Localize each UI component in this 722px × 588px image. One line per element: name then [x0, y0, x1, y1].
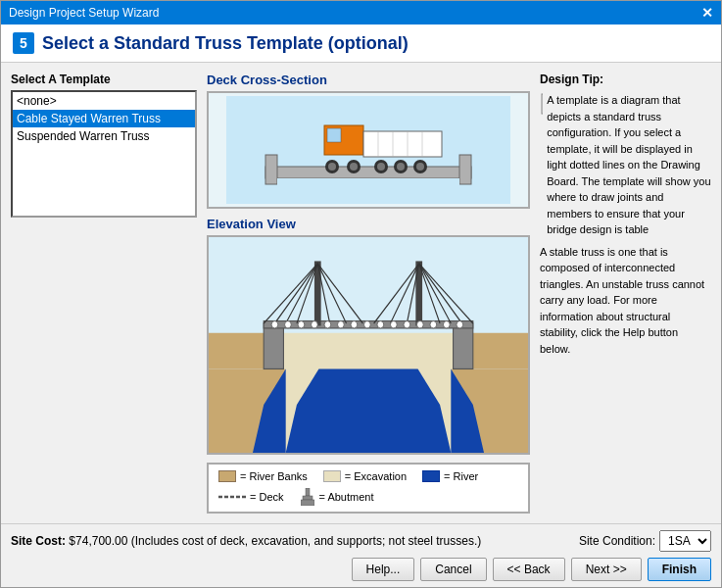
left-panel: Select A Template <none> Cable Stayed Wa…: [11, 73, 197, 514]
svg-point-55: [351, 321, 358, 328]
legend-river-banks-icon: [218, 470, 236, 482]
template-item-none[interactable]: <none>: [13, 92, 195, 110]
site-condition-label: Site Condition:: [579, 534, 655, 548]
elevation-diagram: [207, 235, 530, 455]
cancel-button[interactable]: Cancel: [420, 558, 486, 581]
legend-river-banks: = River Banks: [218, 470, 308, 482]
svg-point-17: [377, 163, 385, 171]
legend-abutment-label: = Abutment: [319, 491, 374, 503]
svg-point-61: [430, 321, 437, 328]
main-content: Select A Template <none> Cable Stayed Wa…: [1, 63, 721, 523]
cross-section-diagram: [207, 91, 530, 209]
svg-rect-31: [454, 323, 473, 368]
svg-point-54: [338, 321, 345, 328]
legend-river: = River: [422, 470, 478, 482]
svg-rect-67: [301, 500, 314, 506]
template-list-label: Select A Template: [11, 73, 197, 86]
svg-rect-6: [327, 128, 341, 142]
legend-excavation-label: = Excavation: [345, 470, 407, 482]
window-title: Design Project Setup Wizard: [9, 6, 159, 20]
site-cost-label: Site Cost:: [11, 534, 66, 548]
design-tip-title: Design Tip:: [540, 73, 711, 86]
legend-excavation: = Excavation: [323, 470, 407, 482]
legend-abutment: = Abutment: [300, 488, 374, 506]
legend-area: = River Banks = Excavation = River = Dec…: [207, 463, 530, 514]
design-tip-text-2: A stable truss is one that is composed o…: [540, 244, 711, 358]
svg-point-49: [271, 321, 278, 328]
site-condition-select[interactable]: 1SA 1SB 2 3: [659, 530, 711, 552]
cross-section-title: Deck Cross-Section: [207, 73, 530, 87]
svg-rect-4: [277, 178, 459, 204]
svg-rect-66: [303, 496, 313, 500]
legend-deck: = Deck: [218, 491, 284, 503]
cross-section-svg: [226, 96, 510, 204]
svg-rect-65: [306, 488, 310, 496]
finish-button[interactable]: Finish: [648, 558, 711, 581]
svg-point-57: [377, 321, 384, 328]
next-button[interactable]: Next >>: [571, 558, 642, 581]
legend-river-label: = River: [444, 470, 478, 482]
step-header: 5 Select a Standard Truss Template (opti…: [1, 24, 721, 63]
svg-point-62: [443, 321, 450, 328]
svg-rect-30: [264, 323, 283, 368]
svg-rect-1: [265, 167, 471, 178]
elevation-svg: [209, 237, 528, 453]
svg-point-21: [416, 163, 424, 171]
step-title: Select a Standard Truss Template (option…: [42, 33, 409, 54]
legend-excavation-icon: [323, 470, 341, 482]
site-condition-area: Site Condition: 1SA 1SB 2 3: [579, 530, 711, 552]
svg-point-52: [312, 321, 318, 328]
svg-point-59: [404, 321, 410, 328]
legend-river-icon: [422, 470, 440, 482]
footer: Site Cost: $74,700.00 (Includes cost of …: [1, 523, 721, 587]
svg-point-8: [328, 163, 336, 171]
svg-rect-3: [459, 155, 471, 184]
svg-point-58: [390, 321, 397, 328]
svg-point-56: [364, 321, 371, 328]
main-window: Design Project Setup Wizard ✕ 5 Select a…: [0, 0, 722, 588]
site-cost-value: $74,700.00 (Includes cost of deck, excav…: [69, 534, 481, 548]
svg-point-53: [324, 321, 331, 328]
close-button[interactable]: ✕: [701, 5, 713, 21]
back-button[interactable]: << Back: [493, 558, 565, 581]
title-bar: Design Project Setup Wizard ✕: [1, 1, 721, 24]
svg-rect-2: [265, 155, 277, 184]
design-tip-text: A template is a diagram that depicts a s…: [547, 92, 711, 238]
elevation-section: Elevation View: [207, 217, 530, 455]
help-button[interactable]: Help...: [352, 558, 415, 581]
template-item-suspended[interactable]: Suspended Warren Truss: [13, 127, 195, 145]
svg-point-60: [416, 321, 423, 328]
design-tip-icon: ⊕: [540, 92, 543, 116]
site-cost-area: Site Cost: $74,700.00 (Includes cost of …: [11, 534, 481, 548]
legend-abutment-icon: [300, 488, 315, 506]
svg-point-63: [457, 321, 463, 328]
svg-point-51: [298, 321, 305, 328]
legend-river-banks-label: = River Banks: [240, 470, 308, 482]
cross-section-section: Deck Cross-Section: [207, 73, 530, 209]
template-list: <none> Cable Stayed Warren Truss Suspend…: [11, 90, 197, 218]
svg-rect-11: [363, 131, 442, 157]
legend-deck-label: = Deck: [250, 491, 284, 503]
svg-point-19: [397, 163, 405, 171]
step-number: 5: [13, 32, 34, 54]
right-panel: Design Tip: ⊕ A template is a diagram th…: [540, 73, 711, 514]
elevation-title: Elevation View: [207, 217, 530, 231]
footer-top: Site Cost: $74,700.00 (Includes cost of …: [11, 530, 711, 552]
center-panel: Deck Cross-Section: [207, 73, 530, 514]
legend-deck-icon: [218, 492, 246, 502]
svg-point-10: [350, 163, 358, 171]
template-item-cable-stayed[interactable]: Cable Stayed Warren Truss: [13, 110, 195, 127]
footer-buttons: Help... Cancel << Back Next >> Finish: [11, 558, 711, 581]
svg-point-50: [285, 321, 292, 328]
svg-rect-68: [542, 94, 543, 114]
